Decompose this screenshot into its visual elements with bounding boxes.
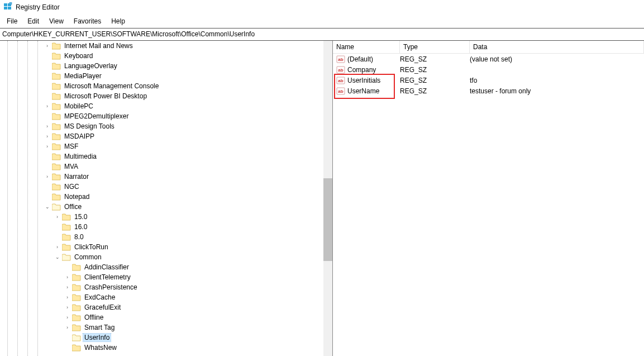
tree-item-label[interactable]: 16.0 xyxy=(73,223,88,231)
tree-item[interactable]: Microsoft Power BI Desktop xyxy=(0,91,323,101)
tree-item[interactable]: ⌄Office xyxy=(0,202,323,212)
svg-rect-4 xyxy=(9,2,12,4)
tree-item-label[interactable]: MSDAIPP xyxy=(63,132,96,140)
tree-item[interactable]: ›CrashPersistence xyxy=(0,282,323,292)
column-header-type[interactable]: Type xyxy=(400,41,470,53)
scrollbar-thumb[interactable] xyxy=(323,178,332,261)
tree-item[interactable]: Multimedia xyxy=(0,151,323,162)
tree-item-label[interactable]: Smart Tag xyxy=(83,324,116,331)
tree-item[interactable]: ›Smart Tag xyxy=(0,322,323,333)
tree-item[interactable]: ⌄Common xyxy=(0,252,323,262)
tree-item-label[interactable]: 8.0 xyxy=(73,233,85,241)
tree-item-label[interactable]: LanguageOverlay xyxy=(63,62,118,70)
tree-item-label[interactable]: Multimedia xyxy=(63,153,98,160)
folder-icon xyxy=(52,73,61,80)
tree-item[interactable]: ›15.0 xyxy=(0,212,323,222)
tree-item-label[interactable]: MS Design Tools xyxy=(63,122,116,130)
tree-item[interactable]: 16.0 xyxy=(0,222,323,232)
tree-item[interactable]: ›Offline xyxy=(0,312,323,322)
tree-item-label[interactable]: ExdCache xyxy=(83,293,116,301)
tree-item[interactable]: WhatsNew xyxy=(0,343,323,353)
tree-item-label[interactable]: CrashPersistence xyxy=(83,283,139,291)
tree-item[interactable]: ›ClickToRun xyxy=(0,242,323,252)
folder-icon xyxy=(72,344,81,352)
tree-item-label[interactable]: ClickToRun xyxy=(73,243,109,251)
tree-item-label[interactable]: MobilePC xyxy=(63,102,94,110)
chevron-right-icon[interactable]: › xyxy=(44,143,51,150)
tree-item-label[interactable]: AddinClassifier xyxy=(83,263,130,271)
tree-item-label[interactable]: Office xyxy=(63,203,83,211)
tree-item[interactable]: ›MSF xyxy=(0,141,323,151)
tree-item-label[interactable]: ClientTelemetry xyxy=(83,273,132,281)
menu-view[interactable]: View xyxy=(45,16,68,26)
tree-item-label[interactable]: NGC xyxy=(63,183,80,191)
tree-item-label[interactable]: MediaPlayer xyxy=(63,72,103,80)
scrollbar-track[interactable] xyxy=(323,41,332,356)
chevron-right-icon[interactable]: › xyxy=(44,42,51,50)
tree-item[interactable]: ›MS Design Tools xyxy=(0,121,323,131)
tree-item-label[interactable]: MPEG2Demultiplexer xyxy=(63,112,130,120)
tree-item-label[interactable]: MVA xyxy=(63,163,79,170)
chevron-right-icon[interactable]: › xyxy=(44,123,51,130)
tree-item-label[interactable]: 15.0 xyxy=(73,213,88,221)
folder-icon xyxy=(52,153,61,160)
chevron-down-icon[interactable]: ⌄ xyxy=(44,203,51,211)
chevron-right-icon[interactable]: › xyxy=(44,173,51,181)
chevron-down-icon[interactable]: ⌄ xyxy=(54,254,61,261)
menu-file[interactable]: File xyxy=(2,16,22,26)
value-row[interactable]: abCompanyREG_SZ xyxy=(333,64,644,75)
tree-item-label[interactable]: MSF xyxy=(63,143,79,150)
tree-item[interactable]: ›MSDAIPP xyxy=(0,131,323,141)
value-row[interactable]: abUserNameREG_SZtestuser - forum only xyxy=(333,86,644,96)
chevron-right-icon[interactable]: › xyxy=(44,103,51,110)
tree-item[interactable]: MPEG2Demultiplexer xyxy=(0,111,323,121)
value-data: testuser - forum only xyxy=(470,87,644,95)
chevron-right-icon[interactable]: › xyxy=(54,213,61,221)
tree-item-label[interactable]: Microsoft Management Console xyxy=(63,82,160,90)
tree-item-label[interactable]: Narrator xyxy=(63,173,90,181)
chevron-right-icon[interactable]: › xyxy=(64,324,71,331)
chevron-right-icon[interactable]: › xyxy=(64,314,71,321)
address-bar[interactable]: Computer\HKEY_CURRENT_USER\SOFTWARE\Micr… xyxy=(0,28,644,41)
tree-item[interactable]: AddinClassifier xyxy=(0,262,323,272)
tree-item-label[interactable]: Offline xyxy=(83,314,104,321)
tree-item[interactable]: MediaPlayer xyxy=(0,71,323,81)
tree-item-label[interactable]: Notepad xyxy=(63,193,90,201)
tree-item[interactable]: Microsoft Management Console xyxy=(0,81,323,91)
tree-item-label[interactable]: Common xyxy=(73,253,103,261)
tree-item-label[interactable]: WhatsNew xyxy=(83,344,118,352)
column-header-data[interactable]: Data xyxy=(470,41,644,53)
chevron-right-icon[interactable]: › xyxy=(64,304,71,311)
folder-icon xyxy=(52,83,61,90)
menu-help[interactable]: Help xyxy=(107,16,130,26)
tree-item[interactable]: ›ClientTelemetry xyxy=(0,272,323,282)
chevron-right-icon[interactable]: › xyxy=(64,284,71,291)
tree-item[interactable]: Keyboard xyxy=(0,51,323,61)
tree-item[interactable]: ›ExdCache xyxy=(0,292,323,302)
tree-item-label[interactable]: UserInfo xyxy=(83,334,111,341)
menu-favorites[interactable]: Favorites xyxy=(69,16,106,26)
tree-item[interactable]: ›GracefulExit xyxy=(0,302,323,312)
chevron-right-icon[interactable]: › xyxy=(54,244,61,251)
tree-item[interactable]: Notepad xyxy=(0,192,323,202)
tree-item[interactable]: 8.0 xyxy=(0,232,323,242)
chevron-right-icon[interactable]: › xyxy=(44,133,51,140)
tree[interactable]: ›Internet Mail and NewsKeyboardLanguageO… xyxy=(0,41,323,353)
value-row[interactable]: ab(Default)REG_SZ(value not set) xyxy=(333,54,644,64)
value-row[interactable]: abUserInitialsREG_SZtfo xyxy=(333,75,644,86)
chevron-right-icon[interactable]: › xyxy=(64,274,71,281)
tree-item[interactable]: LanguageOverlay xyxy=(0,61,323,71)
tree-item[interactable]: ›Internet Mail and News xyxy=(0,41,323,51)
tree-item-label[interactable]: Keyboard xyxy=(63,52,94,60)
chevron-right-icon[interactable]: › xyxy=(64,294,71,301)
tree-item[interactable]: ›Narrator xyxy=(0,172,323,182)
tree-item-label[interactable]: Microsoft Power BI Desktop xyxy=(63,92,148,100)
menu-edit[interactable]: Edit xyxy=(23,16,44,26)
tree-item-label[interactable]: Internet Mail and News xyxy=(63,42,134,50)
tree-item[interactable]: NGC xyxy=(0,182,323,192)
tree-item[interactable]: MVA xyxy=(0,162,323,172)
tree-item-label[interactable]: GracefulExit xyxy=(83,303,122,311)
tree-item[interactable]: ›MobilePC xyxy=(0,101,323,111)
column-header-name[interactable]: Name xyxy=(333,41,400,53)
tree-item[interactable]: UserInfo xyxy=(0,333,323,343)
